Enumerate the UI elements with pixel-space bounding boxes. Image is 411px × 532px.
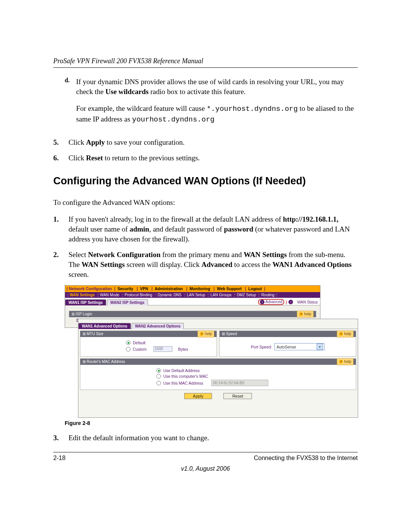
step-5-body: Click Apply to save your configuration.	[68, 137, 358, 147]
advanced-link[interactable]: › Advanced )	[258, 299, 287, 305]
submenu-item[interactable]: WAN Settings	[70, 293, 95, 297]
menu-item[interactable]: Monitoring	[190, 286, 210, 291]
menu-item[interactable]: Security	[118, 286, 133, 291]
radio-mtu-default[interactable]	[126, 340, 131, 345]
text: to save your configuration.	[105, 138, 185, 146]
bold: WAN Settings	[244, 251, 287, 259]
back-tabs: WAN1 ISP Settings WAN2 ISP Settings › Ad…	[65, 298, 320, 305]
bold: password	[224, 225, 253, 233]
tab-wan1-isp[interactable]: WAN1 ISP Settings	[65, 299, 106, 305]
submenu-item[interactable]: LAN Groups	[210, 293, 231, 297]
submenu-item[interactable]: LAN Setup	[187, 293, 205, 297]
submenu-item[interactable]: Protocol Binding	[124, 293, 152, 297]
port-speed-select[interactable]: AutoSense▾	[274, 343, 325, 350]
router-front-window: WAN1 Advanced Options WAN2 Advanced Opti…	[78, 319, 358, 418]
step-1-num: 1.	[53, 214, 68, 244]
text: , and default password of	[149, 225, 224, 233]
help-link[interactable]: help	[297, 311, 314, 318]
footer-rule	[53, 452, 358, 452]
menu-item[interactable]: Network Configuration	[69, 286, 112, 291]
submenu-item[interactable]: Dynamic DNS	[158, 293, 182, 297]
menu-item[interactable]: Web Support	[217, 286, 242, 291]
isp-login-section: ISP Loginhelp	[69, 311, 316, 317]
menu-item[interactable]: Logout	[249, 286, 262, 291]
step-2-num: 2.	[53, 250, 68, 279]
text: radio box to activate this feature.	[149, 88, 246, 96]
text: from the primary menu and	[161, 251, 244, 259]
help-link[interactable]: help	[337, 358, 354, 365]
chevron-down-icon: ▾	[317, 343, 323, 350]
section-title: Speed	[222, 331, 237, 337]
radio-label: Custom	[133, 347, 147, 351]
running-header: ProSafe VPN Firewall 200 FVX538 Referenc…	[53, 57, 358, 65]
bold: http://192.168.1.1,	[283, 215, 339, 223]
chapter-title: Connecting the FVX538 to the Internet	[254, 455, 358, 462]
text: For example, the wildcard feature will c…	[76, 104, 207, 112]
bold: Advanced	[201, 260, 232, 268]
reset-button[interactable]: Reset	[223, 393, 252, 399]
step-6-body: Click Reset to return to the previous se…	[68, 153, 358, 163]
text: to return to the previous settings.	[103, 154, 200, 162]
mtu-panel: MTU Sizehelp Default Custom 1500 Bytes	[80, 331, 217, 357]
submenu-item[interactable]: WAN Mode	[100, 293, 119, 297]
help-link[interactable]: help	[337, 331, 354, 337]
bold: Network Configuration	[88, 251, 161, 259]
text: Click	[68, 138, 86, 146]
sub-menu: :: WAN Settings :: WAN Mode :: Protocol …	[65, 292, 320, 298]
text: default user name of	[68, 225, 129, 233]
step-2-body: Select Network Configuration from the pr…	[68, 250, 358, 279]
step-3-body: Edit the default information you want to…	[68, 433, 358, 443]
unit-label: Bytes	[178, 347, 188, 351]
arrow-right-icon: ›	[288, 300, 293, 304]
intro-text: To configure the Advanced WAN options:	[53, 198, 358, 208]
apply-button[interactable]: Apply	[184, 393, 212, 399]
mac-panel: Router's MAC Addresshelp Use Default Add…	[80, 358, 356, 390]
code: *.yourhost.dyndns.org	[207, 105, 298, 113]
primary-menu: | Network Configuration | Security | VPN…	[65, 286, 320, 292]
step-6-num: 6.	[53, 153, 68, 163]
button-row: Apply Reset	[78, 390, 358, 401]
figure-2-8: | Network Configuration | Security | VPN…	[65, 285, 358, 417]
menu-item[interactable]: VPN	[140, 286, 148, 291]
section-title: MTU Size	[83, 331, 104, 337]
step-3-num: 3.	[53, 433, 68, 443]
section-heading: Configuring the Advanced WAN Options (If…	[53, 175, 358, 187]
radio-mac-manual[interactable]	[156, 381, 161, 385]
text: Click	[68, 154, 86, 162]
text: If you haven't already, log in to the fi…	[68, 215, 283, 223]
mac-address-input[interactable]: 00:14:6c:52:6A:B0	[211, 380, 268, 386]
help-link[interactable]: help	[198, 331, 214, 337]
wan-status-link[interactable]: › WAN Status	[288, 300, 318, 304]
text: Select	[68, 251, 88, 259]
tab-wan1-adv[interactable]: WAN1 Advanced Options	[78, 323, 131, 329]
radio-mac-computer[interactable]	[156, 374, 161, 379]
step-d-body: If your dynamic DNS provider allows the …	[76, 77, 358, 132]
section-title: ISP Login	[72, 311, 92, 317]
menu-item[interactable]: Administration	[155, 286, 183, 291]
text: screen.	[68, 270, 89, 278]
doc-version: v1.0, August 2006	[53, 465, 358, 472]
radio-label: Use this computer's MAC	[163, 374, 208, 379]
radio-label: Default	[133, 340, 145, 345]
bold: admin	[129, 225, 149, 233]
radio-label: Use Default Address	[163, 368, 200, 373]
code: yourhost.dyndns.org	[132, 115, 215, 124]
page-number: 2-18	[53, 455, 65, 462]
radio-label: Use this MAC Address	[163, 381, 203, 385]
bold: Use wildcards	[105, 88, 148, 96]
bold: Apply	[86, 138, 105, 146]
submenu-item[interactable]: Routing	[261, 293, 274, 297]
radio-mtu-custom[interactable]	[126, 347, 131, 351]
text: to access the	[232, 260, 272, 268]
section-title: Router's MAC Address	[83, 359, 125, 365]
submenu-item[interactable]: DMZ Setup	[237, 293, 256, 297]
tab-wan2-isp[interactable]: WAN2 ISP Settings	[107, 299, 148, 305]
bold: Reset	[86, 154, 103, 162]
tab-wan2-adv[interactable]: WAN2 Advanced Options	[132, 323, 184, 329]
step-5-num: 5.	[53, 137, 68, 147]
figure-caption: Figure 2-8	[65, 420, 358, 426]
radio-mac-default[interactable]	[156, 368, 161, 373]
header-rule	[53, 67, 358, 68]
step-1-body: If you haven't already, log in to the fi…	[68, 214, 358, 244]
mtu-input[interactable]: 1500	[153, 346, 172, 352]
